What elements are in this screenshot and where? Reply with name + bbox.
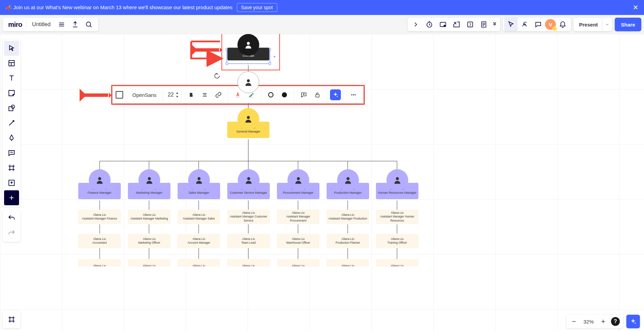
save-spot-button[interactable]: Save your spot <box>237 3 277 12</box>
bold-icon[interactable] <box>184 87 198 103</box>
org-node-manager[interactable]: Aliana LiuProcurement Manager <box>277 169 319 199</box>
app-toolbar: 3 <box>408 18 500 31</box>
menu-icon[interactable] <box>55 18 68 31</box>
more-apps-icon[interactable] <box>491 18 499 31</box>
svg-line-4 <box>90 26 92 28</box>
comment-icon[interactable] <box>531 18 545 31</box>
add-comment-icon[interactable] <box>297 87 311 103</box>
org-node-level4[interactable]: Aliana Liu <box>376 259 418 266</box>
export-icon[interactable] <box>68 18 82 31</box>
canvas[interactable]: Aliana Liu Chirman + Aliana Liu General … <box>0 34 644 331</box>
org-node-assistant[interactable]: Aliana LiuAssistant Manager Finance <box>78 210 121 224</box>
search-icon[interactable] <box>82 18 96 31</box>
org-node-assistant[interactable]: Aliana LiuAssistant Manager Production <box>327 210 369 224</box>
estimate-icon[interactable]: 3 <box>463 18 477 31</box>
org-node-manager[interactable]: Aliana LiuSales Manager <box>178 169 220 199</box>
org-node-manager[interactable]: Aliana LiuHuman Resources Manager <box>376 169 418 199</box>
org-node-officer[interactable]: Aliana LiuWarehouse Officer <box>277 234 319 248</box>
line-tool-icon[interactable] <box>4 116 19 130</box>
shape-tool-icon[interactable] <box>4 101 19 116</box>
org-node-officer[interactable]: Aliana LiuMarketing Officer <box>128 234 170 248</box>
miro-logo[interactable]: miro <box>5 21 25 29</box>
close-icon[interactable]: ✕ <box>633 4 639 11</box>
org-node-chairman[interactable]: Aliana Liu Chirman <box>227 34 269 60</box>
select-tool-icon[interactable] <box>4 41 19 56</box>
pen-tool-icon[interactable] <box>4 130 19 145</box>
fill-color-icon[interactable] <box>278 87 291 103</box>
help-icon[interactable]: ? <box>609 315 622 328</box>
org-node-assistant[interactable]: Aliana LiuAssistant Manager Customer Ser… <box>227 210 270 224</box>
zoom-in-icon[interactable] <box>597 315 609 328</box>
redo-icon[interactable] <box>4 226 19 241</box>
text-tool-icon[interactable] <box>4 71 19 86</box>
border-color-icon[interactable] <box>264 87 278 103</box>
zoom-out-icon[interactable] <box>568 315 580 328</box>
notes-icon[interactable] <box>477 18 491 31</box>
org-node-manager[interactable]: Aliana LiuProduction Manager <box>327 169 369 199</box>
svg-rect-61 <box>250 97 253 98</box>
announcement-banner: 📣 Join us at our What's New webinar on M… <box>0 0 644 15</box>
link-icon[interactable] <box>212 87 225 103</box>
org-node-assistant[interactable]: Aliana LiuAssistant Manager Human Resour… <box>376 210 418 224</box>
lock-icon[interactable] <box>311 87 324 103</box>
org-node-assistant[interactable]: Aliana LiuAssistant Manager Marketing <box>128 210 170 224</box>
cursor-tracking-icon[interactable] <box>504 18 518 31</box>
svg-point-74 <box>297 177 300 180</box>
present-button[interactable]: Present <box>574 18 603 31</box>
zoom-panel: 32% ? <box>566 315 623 328</box>
comment-tool-icon[interactable] <box>4 145 19 160</box>
voting-icon[interactable] <box>450 18 463 31</box>
user-avatar[interactable]: V <box>545 19 556 30</box>
present-dropdown-icon[interactable] <box>602 18 612 31</box>
org-node-officer[interactable]: Aliana LiuTraining Officer <box>376 234 418 248</box>
upload-tool-icon[interactable] <box>4 175 19 190</box>
reactions-icon[interactable] <box>518 18 531 31</box>
expand-icon[interactable] <box>409 18 423 31</box>
svg-point-68 <box>353 94 354 95</box>
org-node-assistant[interactable]: Aliana LiuAssistant Manager Sales <box>178 210 220 224</box>
org-node-manager[interactable]: Aliana LiuMarketing Manager <box>128 169 170 199</box>
font-size-input[interactable]: 22 <box>166 92 176 98</box>
shape-type-icon[interactable] <box>116 91 123 99</box>
org-node-officer[interactable]: Aliana LiuProduction Planner <box>327 234 369 248</box>
org-node-vice[interactable] <box>237 71 259 93</box>
share-button[interactable]: Share <box>615 18 641 31</box>
frame-toggle[interactable] <box>3 311 20 328</box>
frame-tool-icon[interactable] <box>4 160 19 175</box>
rotate-icon[interactable] <box>214 72 220 79</box>
org-node-officer[interactable]: Aliana LiuAccountant <box>78 234 121 248</box>
font-size-stepper[interactable]: ▲▼ <box>176 91 179 98</box>
svg-marker-53 <box>191 43 197 56</box>
ai-fab-icon[interactable] <box>626 315 640 328</box>
org-node-manager[interactable]: Aliana LiuCustomer Service Manager <box>227 169 270 199</box>
zoom-value[interactable]: 32% <box>580 319 597 325</box>
banner-text: 📣 Join us at our What's New webinar on M… <box>5 4 233 11</box>
template-tool-icon[interactable] <box>4 56 19 71</box>
font-select[interactable]: OpenSans <box>129 92 160 98</box>
align-icon[interactable] <box>198 87 212 103</box>
svg-point-73 <box>247 177 250 180</box>
org-node-level4[interactable]: Aliana Liu <box>277 259 319 266</box>
board-title[interactable]: Untitled <box>28 21 54 28</box>
annotation-arrow <box>190 40 222 61</box>
sticky-tool-icon[interactable] <box>4 86 19 101</box>
screen-share-icon[interactable] <box>436 18 450 31</box>
org-node-general-manager[interactable]: Aliana Liu General Manager <box>227 108 269 138</box>
org-node-officer[interactable]: Aliana LiuAccount Manager <box>178 234 220 248</box>
undo-icon[interactable] <box>4 211 19 226</box>
org-node-assistant[interactable]: Aliana LiuAssistant Manager Procurement <box>277 210 319 224</box>
more-icon[interactable] <box>347 87 360 103</box>
timer-icon[interactable] <box>423 18 436 31</box>
more-tools-icon[interactable] <box>4 190 19 205</box>
org-node-level4[interactable]: Aliana Liu <box>78 259 121 266</box>
notification-icon[interactable] <box>556 18 569 31</box>
org-node-level4[interactable]: Aliana Liu <box>227 259 270 266</box>
org-node-manager[interactable]: Aliana LiuFinance Manager <box>78 169 121 199</box>
org-node-level4[interactable]: Aliana Liu <box>128 259 170 266</box>
svg-point-75 <box>346 177 349 180</box>
ai-assist-icon[interactable] <box>330 89 341 100</box>
svg-rect-82 <box>9 107 13 111</box>
org-node-level4[interactable]: Aliana Liu <box>178 259 220 266</box>
org-node-officer[interactable]: Aliana LiuTeam Lead <box>227 234 270 248</box>
org-node-level4[interactable]: Aliana Liu <box>327 259 369 266</box>
